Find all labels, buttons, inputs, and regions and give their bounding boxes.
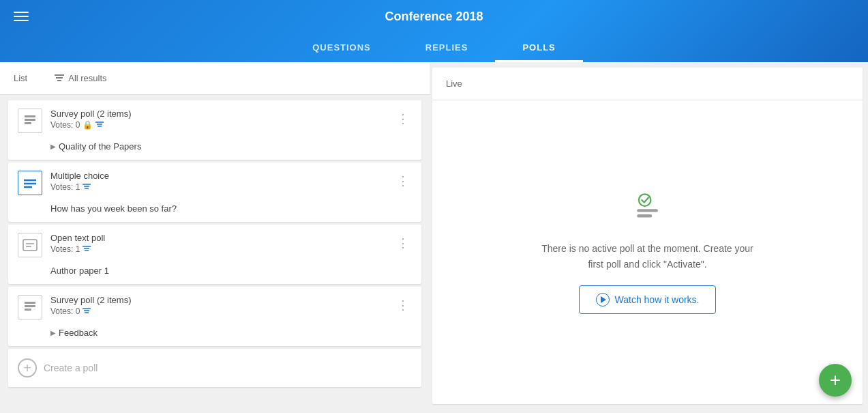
svg-rect-3: [25, 115, 35, 117]
poll-question: How has you week been so far?: [8, 203, 421, 222]
poll-votes: Votes: 0 🔒: [50, 120, 386, 130]
create-poll-button[interactable]: + Create a poll: [8, 349, 421, 387]
poll-expandable-feedback[interactable]: ▶ Feedback: [8, 328, 421, 346]
lock-icon: 🔒: [83, 120, 93, 130]
plus-circle-icon: +: [18, 358, 37, 378]
poll-more-menu[interactable]: ⋮: [394, 233, 412, 253]
svg-rect-28: [637, 209, 658, 212]
poll-expandable[interactable]: ▶ Quality of the Papers: [8, 141, 421, 160]
poll-info: Open text poll Votes: 1: [50, 233, 386, 254]
poll-card: Survey poll (2 items) Votes: 0 🔒 ⋮ ▶ Qu: [8, 100, 421, 160]
watch-button[interactable]: Watch how it works.: [579, 285, 717, 314]
svg-point-27: [638, 194, 650, 206]
filter-icon: [55, 73, 64, 84]
main-container: List All results Survey poll (2 items): [0, 62, 868, 410]
svg-rect-5: [25, 122, 31, 124]
poll-question-text: Quality of the Papers: [59, 141, 141, 152]
right-sub-nav: Live: [432, 68, 863, 100]
poll-question-text: Feedback: [59, 328, 98, 338]
hamburger-menu-icon[interactable]: [14, 12, 29, 21]
empty-state-text: There is no active poll at the moment. C…: [539, 241, 757, 272]
tab-replies[interactable]: REPLIES: [398, 33, 496, 62]
poll-card: Survey poll (2 items) Votes: 0 ⋮ ▶ Feedb…: [8, 287, 421, 346]
poll-question: Author paper 1: [8, 266, 421, 284]
poll-card: Open text poll Votes: 1 ⋮ Author paper 1: [8, 225, 421, 284]
vote-filter-icon: [83, 307, 91, 316]
poll-list: Survey poll (2 items) Votes: 0 🔒 ⋮ ▶ Qu: [0, 95, 430, 410]
create-poll-label: Create a poll: [44, 362, 98, 373]
poll-type: Multiple choice: [50, 171, 386, 181]
svg-rect-21: [25, 302, 35, 304]
play-triangle: [601, 296, 606, 303]
poll-more-menu[interactable]: ⋮: [394, 171, 412, 191]
tab-polls[interactable]: POLLS: [495, 33, 582, 62]
poll-votes: Votes: 0: [50, 307, 386, 316]
sub-nav-list[interactable]: List: [14, 63, 27, 93]
sub-nav-filter[interactable]: All results: [55, 63, 106, 94]
tab-questions[interactable]: QUESTIONS: [285, 33, 398, 62]
poll-type: Survey poll (2 items): [50, 109, 386, 119]
fab-plus-icon: +: [830, 369, 841, 391]
poll-more-menu[interactable]: ⋮: [394, 295, 412, 315]
app-title: Conference 2018: [385, 10, 483, 24]
right-panel: Live There is no active poll at the mome…: [432, 68, 863, 404]
fab-button[interactable]: +: [819, 364, 852, 397]
poll-info: Multiple choice Votes: 1: [50, 171, 386, 192]
vote-filter-icon: [83, 244, 91, 254]
poll-icon-survey2: [18, 295, 42, 319]
poll-icon-open: [18, 233, 42, 257]
poll-votes: Votes: 1: [50, 244, 386, 254]
poll-type: Open text poll: [50, 233, 386, 243]
poll-icon-multiple: [18, 171, 42, 195]
svg-rect-4: [25, 119, 35, 121]
filter-label: All results: [68, 73, 106, 83]
vote-filter-icon: [83, 182, 91, 192]
nav-tabs: QUESTIONS REPLIES POLLS: [0, 33, 868, 62]
expand-arrow-icon: ▶: [50, 329, 56, 337]
poll-card: Multiple choice Votes: 1 ⋮ How has you w…: [8, 162, 421, 222]
svg-rect-15: [23, 240, 37, 251]
empty-state-icon: [624, 190, 672, 227]
poll-icon-survey: [18, 109, 42, 133]
poll-info: Survey poll (2 items) Votes: 0 🔒: [50, 109, 386, 130]
watch-button-label: Watch how it works.: [615, 294, 700, 305]
svg-rect-23: [25, 309, 31, 311]
play-icon: [596, 293, 610, 307]
expand-arrow-icon: ▶: [50, 143, 56, 150]
svg-rect-22: [25, 305, 35, 307]
poll-more-menu[interactable]: ⋮: [394, 109, 412, 129]
poll-type: Survey poll (2 items): [50, 295, 386, 305]
poll-votes: Votes: 1: [50, 182, 386, 192]
left-panel: List All results Survey poll (2 items): [0, 62, 430, 410]
vote-filter-icon: [95, 120, 104, 130]
svg-rect-29: [637, 214, 652, 217]
sub-nav: List All results: [0, 62, 430, 95]
app-header: Conference 2018 QUESTIONS REPLIES POLLS: [0, 0, 868, 62]
live-label: Live: [446, 79, 462, 89]
right-content-empty-state: There is no active poll at the moment. C…: [432, 100, 863, 404]
poll-info: Survey poll (2 items) Votes: 0: [50, 295, 386, 316]
